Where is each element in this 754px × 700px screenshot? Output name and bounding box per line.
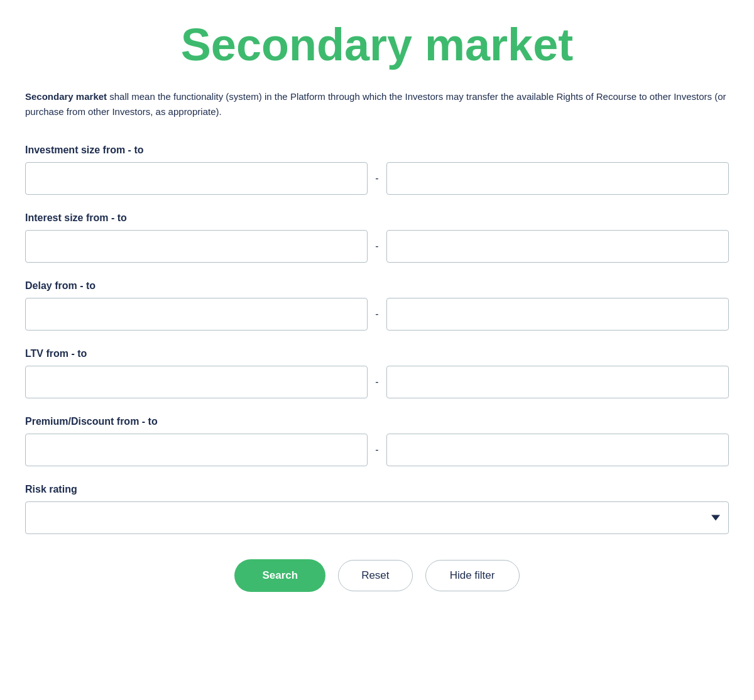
- interest-size-separator: -: [368, 241, 386, 252]
- risk-rating-select-wrapper: A B C D: [25, 501, 729, 534]
- ltv-label: LTV from - to: [25, 348, 729, 359]
- reset-button[interactable]: Reset: [338, 560, 412, 591]
- delay-from-input[interactable]: [25, 298, 368, 331]
- investment-size-label: Investment size from - to: [25, 145, 729, 156]
- delay-label: Delay from - to: [25, 280, 729, 292]
- description-text: shall mean the functionality (system) in…: [25, 91, 726, 117]
- investment-size-filter: Investment size from - to -: [25, 145, 729, 195]
- premium-discount-range-row: -: [25, 434, 729, 466]
- ltv-range-row: -: [25, 366, 729, 398]
- premium-discount-separator: -: [368, 444, 386, 456]
- page-title: Secondary market: [25, 13, 729, 70]
- delay-filter: Delay from - to -: [25, 280, 729, 331]
- interest-size-label: Interest size from - to: [25, 212, 729, 224]
- risk-rating-filter: Risk rating A B C D: [25, 484, 729, 534]
- delay-separator: -: [368, 309, 386, 320]
- investment-size-to-input[interactable]: [386, 162, 729, 195]
- delay-to-input[interactable]: [386, 298, 729, 331]
- ltv-filter: LTV from - to -: [25, 348, 729, 398]
- actions-row: Search Reset Hide filter: [25, 559, 729, 604]
- ltv-separator: -: [368, 376, 386, 388]
- risk-rating-label: Risk rating: [25, 484, 729, 495]
- premium-discount-from-input[interactable]: [25, 434, 368, 466]
- investment-size-separator: -: [368, 173, 386, 184]
- interest-size-range-row: -: [25, 230, 729, 263]
- investment-size-from-input[interactable]: [25, 162, 368, 195]
- delay-range-row: -: [25, 298, 729, 331]
- premium-discount-to-input[interactable]: [386, 434, 729, 466]
- interest-size-to-input[interactable]: [386, 230, 729, 263]
- risk-rating-select[interactable]: A B C D: [25, 501, 729, 534]
- search-button[interactable]: Search: [234, 559, 325, 592]
- investment-size-range-row: -: [25, 162, 729, 195]
- ltv-from-input[interactable]: [25, 366, 368, 398]
- ltv-to-input[interactable]: [386, 366, 729, 398]
- interest-size-filter: Interest size from - to -: [25, 212, 729, 263]
- premium-discount-label: Premium/Discount from - to: [25, 416, 729, 427]
- page-description: Secondary market shall mean the function…: [25, 89, 729, 119]
- description-bold: Secondary market: [25, 91, 107, 102]
- premium-discount-filter: Premium/Discount from - to -: [25, 416, 729, 466]
- interest-size-from-input[interactable]: [25, 230, 368, 263]
- hide-filter-button[interactable]: Hide filter: [425, 560, 520, 591]
